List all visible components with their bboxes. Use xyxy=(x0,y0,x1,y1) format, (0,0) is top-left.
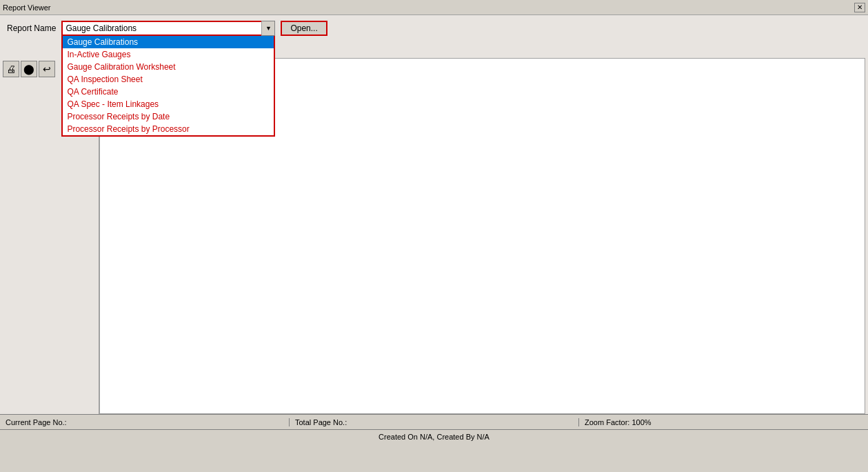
dropdown-item-qa-spec-item-linkages[interactable]: QA Spec - Item Linkages xyxy=(63,98,274,110)
circle-button[interactable]: ⬤ xyxy=(21,61,37,77)
created-info: Created On N/A, Created By N/A xyxy=(379,433,489,441)
print-button[interactable]: 🖨 xyxy=(3,61,19,77)
dropdown-item-qa-certificate[interactable]: QA Certificate xyxy=(63,86,274,98)
report-name-row: Report Name Gauge Calibrations ▼ Gauge C… xyxy=(0,15,868,41)
dropdown-item-inactive-gauges[interactable]: In-Active Gauges xyxy=(63,48,274,61)
total-page-label: Total Page No.: xyxy=(295,418,347,426)
bottom-bar: Created On N/A, Created By N/A xyxy=(0,429,868,443)
zoom-factor-label: Zoom Factor: 100% xyxy=(585,418,652,426)
refresh-button[interactable]: ↩ xyxy=(39,61,55,77)
report-dropdown[interactable]: Gauge Calibrations xyxy=(61,21,275,36)
dropdown-list: Gauge Calibrations In-Active Gauges Gaug… xyxy=(61,36,275,137)
status-bar: Current Page No.: Total Page No.: Zoom F… xyxy=(0,414,868,429)
dropdown-item-processor-receipts-processor[interactable]: Processor Receipts by Processor xyxy=(63,123,274,135)
dropdown-item-gauge-calibration-worksheet[interactable]: Gauge Calibration Worksheet xyxy=(63,61,274,73)
report-name-label: Report Name xyxy=(7,23,56,33)
dropdown-container: Gauge Calibrations ▼ Gauge Calibrations … xyxy=(61,21,275,36)
title-bar: Report Viewer ✕ xyxy=(0,0,868,15)
dropdown-item-gauge-calibrations[interactable]: Gauge Calibrations xyxy=(63,36,274,48)
close-button[interactable]: ✕ xyxy=(854,3,865,12)
dropdown-item-processor-receipts-date[interactable]: Processor Receipts by Date xyxy=(63,110,274,123)
dropdown-selected-value: Gauge Calibrations xyxy=(65,23,137,33)
open-button[interactable]: Open... xyxy=(281,21,327,36)
title-bar-text: Report Viewer xyxy=(3,3,51,12)
main-area: Report Name Gauge Calibrations ▼ Gauge C… xyxy=(0,15,868,443)
total-page-section: Total Page No.: xyxy=(290,418,579,426)
current-page-label: Current Page No.: xyxy=(6,418,67,426)
dropdown-item-qa-inspection-sheet[interactable]: QA Inspection Sheet xyxy=(63,73,274,86)
current-page-section: Current Page No.: xyxy=(0,418,290,426)
zoom-factor-section: Zoom Factor: 100% xyxy=(579,418,868,426)
